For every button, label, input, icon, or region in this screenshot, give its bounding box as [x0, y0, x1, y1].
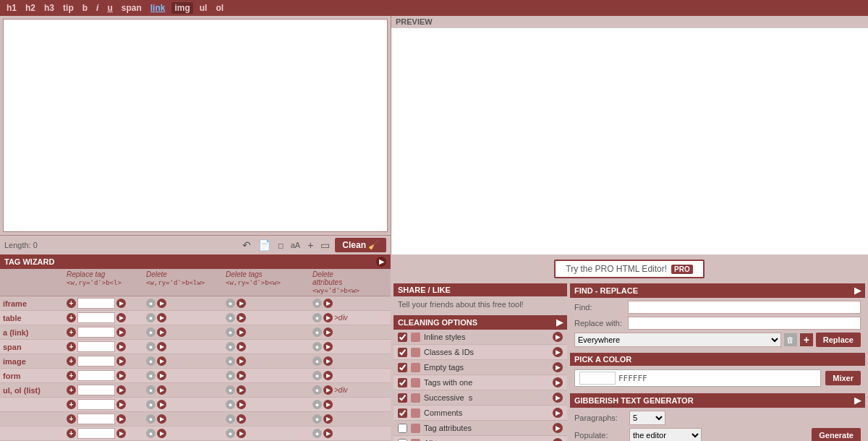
tw-circle-btn[interactable]: ●: [146, 313, 156, 322]
add-replace-button[interactable]: +: [800, 333, 813, 346]
tw-play3-btn[interactable]: ▶: [237, 342, 246, 351]
tw-circle-btn[interactable]: ●: [146, 371, 156, 380]
toolbar-h1[interactable]: h1: [4, 2, 19, 14]
toolbar-span[interactable]: span: [119, 2, 144, 14]
tw-play-btn[interactable]: ▶: [116, 313, 126, 322]
tw-play-btn[interactable]: ▶: [116, 429, 126, 438]
tw-circle3-btn[interactable]: ●: [312, 313, 322, 322]
replace-button[interactable]: Replace: [816, 333, 861, 347]
cleaning-action-btn[interactable]: ▶: [553, 332, 563, 342]
tw-play3-btn[interactable]: ▶: [237, 429, 246, 438]
tw-replace-input[interactable]: [77, 370, 115, 381]
tw-play4-btn[interactable]: ▶: [323, 299, 333, 308]
tw-play-btn[interactable]: ▶: [116, 371, 126, 380]
size-decrease-button[interactable]: ◻: [276, 240, 286, 251]
find-replace-arrow[interactable]: ▶: [854, 286, 861, 296]
tw-replace-input[interactable]: [77, 341, 115, 352]
tw-play2-btn[interactable]: ▶: [157, 371, 166, 380]
tw-play-btn[interactable]: ▶: [116, 385, 126, 395]
tw-play-btn[interactable]: ▶: [116, 414, 126, 424]
tw-play3-btn[interactable]: ▶: [237, 400, 246, 409]
tw-circle3-btn[interactable]: ●: [312, 400, 322, 409]
cleaning-checkbox[interactable]: [398, 363, 407, 372]
tw-play3-btn[interactable]: ▶: [237, 327, 246, 337]
tw-play2-btn[interactable]: ▶: [157, 327, 166, 337]
tw-play4-btn[interactable]: ▶: [323, 400, 333, 409]
tw-circle2-btn[interactable]: ●: [226, 414, 235, 424]
tw-replace-input[interactable]: [77, 327, 115, 338]
tw-replace-input[interactable]: [77, 428, 115, 439]
toolbar-ol[interactable]: ol: [213, 2, 226, 14]
tw-play2-btn[interactable]: ▶: [157, 429, 166, 438]
tw-circle3-btn[interactable]: ●: [312, 356, 322, 366]
mixer-button[interactable]: Mixer: [825, 371, 861, 385]
cleaning-action-btn[interactable]: ▶: [553, 393, 563, 403]
tw-circle3-btn[interactable]: ●: [312, 342, 322, 351]
tw-play4-btn[interactable]: ▶: [323, 371, 333, 380]
tw-play4-btn[interactable]: ▶: [323, 327, 333, 337]
cleaning-action-btn[interactable]: ▶: [553, 438, 563, 441]
tw-circle2-btn[interactable]: ●: [226, 342, 235, 351]
tw-play3-btn[interactable]: ▶: [237, 356, 246, 366]
paragraphs-select[interactable]: 5 1 2 3 10: [629, 411, 665, 425]
tw-replace-input[interactable]: [77, 356, 115, 367]
tw-circle3-btn[interactable]: ●: [312, 327, 322, 337]
tw-circle-btn[interactable]: ●: [146, 429, 156, 438]
tw-replace-input[interactable]: [77, 414, 115, 424]
tw-add-btn[interactable]: +: [67, 356, 76, 366]
tw-play2-btn[interactable]: ▶: [157, 356, 166, 366]
cleaning-checkbox[interactable]: [398, 378, 407, 388]
tw-add-btn[interactable]: +: [67, 414, 76, 424]
tw-circle3-btn[interactable]: ●: [312, 371, 322, 380]
tw-circle2-btn[interactable]: ●: [226, 371, 235, 380]
tw-play2-btn[interactable]: ▶: [157, 414, 166, 424]
tw-circle3-btn[interactable]: ●: [312, 429, 322, 438]
tw-play4-btn[interactable]: ▶: [323, 313, 333, 322]
cleaning-action-btn[interactable]: ▶: [553, 362, 563, 372]
tw-replace-input[interactable]: [77, 385, 115, 395]
cleaning-checkbox[interactable]: [398, 439, 407, 442]
toolbar-u[interactable]: u: [105, 2, 114, 14]
undo-button[interactable]: ↶: [240, 238, 253, 252]
tag-wizard-play-icon[interactable]: ▶: [376, 257, 386, 267]
tw-play4-btn[interactable]: ▶: [323, 385, 333, 395]
open-button[interactable]: 📄: [256, 238, 273, 252]
tw-play-btn[interactable]: ▶: [116, 299, 126, 308]
tw-circle2-btn[interactable]: ●: [226, 400, 235, 409]
tw-play4-btn[interactable]: ▶: [323, 342, 333, 351]
toolbar-link[interactable]: link: [148, 2, 168, 14]
cleaning-checkbox[interactable]: [398, 408, 407, 418]
size-aa-button[interactable]: aA: [289, 239, 302, 251]
tw-replace-input[interactable]: [77, 312, 115, 323]
delete-replace-button[interactable]: 🗑: [784, 333, 797, 346]
tw-circle-btn[interactable]: ●: [146, 385, 156, 395]
tw-play2-btn[interactable]: ▶: [157, 299, 166, 308]
tw-play-btn[interactable]: ▶: [116, 342, 126, 351]
tw-circle2-btn[interactable]: ●: [226, 299, 235, 308]
cleaning-checkbox[interactable]: [398, 348, 407, 357]
tw-circle3-btn[interactable]: ●: [312, 414, 322, 424]
tw-circle-btn[interactable]: ●: [146, 327, 156, 337]
html-editor[interactable]: [3, 19, 388, 232]
cleaning-action-btn[interactable]: ▶: [553, 347, 563, 357]
find-input[interactable]: [628, 301, 861, 314]
tw-play2-btn[interactable]: ▶: [157, 385, 166, 395]
tw-circle2-btn[interactable]: ●: [226, 429, 235, 438]
tw-play-btn[interactable]: ▶: [116, 400, 126, 409]
tw-add-btn[interactable]: +: [67, 299, 76, 308]
cleaning-checkbox[interactable]: [398, 393, 407, 403]
toolbar-i[interactable]: i: [94, 2, 101, 14]
tw-play-btn[interactable]: ▶: [116, 356, 126, 366]
wrap-button[interactable]: ▭: [318, 238, 332, 252]
color-hex-input[interactable]: [618, 374, 662, 383]
tw-play3-btn[interactable]: ▶: [237, 371, 246, 380]
pro-button[interactable]: Try the PRO HTML Editor! PRO: [554, 260, 704, 278]
cleaning-checkbox[interactable]: [398, 333, 407, 342]
tw-add-btn[interactable]: +: [67, 400, 76, 409]
toolbar-h3[interactable]: h3: [42, 2, 56, 14]
tw-play2-btn[interactable]: ▶: [157, 313, 166, 322]
tw-replace-input[interactable]: [77, 399, 115, 410]
tw-play-btn[interactable]: ▶: [116, 327, 126, 337]
cleaning-action-btn[interactable]: ▶: [553, 408, 563, 418]
tw-circle-btn[interactable]: ●: [146, 299, 156, 308]
